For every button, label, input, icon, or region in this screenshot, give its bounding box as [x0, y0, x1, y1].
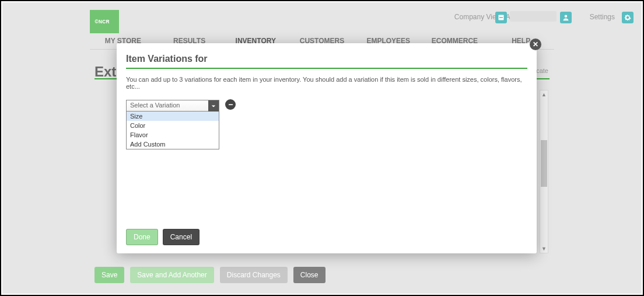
scroll-down-icon[interactable]: ▼	[540, 245, 548, 253]
modal-divider	[126, 68, 527, 69]
modal-description: You can add up to 3 variations for each …	[126, 76, 527, 90]
variation-option-size[interactable]: Size	[127, 112, 219, 121]
save-add-another-button[interactable]: Save and Add Another	[130, 267, 214, 283]
save-button[interactable]: Save	[94, 267, 124, 283]
modal-action-bar: Done Cancel	[126, 229, 200, 245]
modal-title: Item Variations for	[126, 54, 527, 64]
svg-rect-2	[499, 17, 503, 18]
settings-link[interactable]: Settings	[590, 13, 615, 21]
close-button[interactable]: Close	[293, 267, 326, 283]
variation-option-flavor[interactable]: Flavor	[127, 130, 219, 140]
variation-dropdown: Size Color Flavor Add Custom	[126, 112, 219, 149]
modal-close-icon[interactable]: ✕	[530, 39, 541, 50]
scroll-thumb[interactable]	[541, 140, 547, 187]
stores-icon[interactable]	[495, 12, 507, 23]
gear-icon[interactable]	[622, 12, 634, 23]
content-scrollbar[interactable]: ▲ ▼	[540, 90, 548, 253]
variation-select[interactable]: Select a Variation	[126, 100, 219, 112]
scroll-up-icon[interactable]: ▲	[540, 90, 548, 99]
brand-logo: ©NCR	[90, 10, 119, 33]
variation-option-custom[interactable]: Add Custom	[127, 140, 219, 149]
variation-select-wrap: Select a Variation Size Color Flavor Add…	[126, 100, 219, 112]
discard-changes-button[interactable]: Discard Changes	[220, 267, 288, 283]
svg-point-3	[565, 15, 568, 18]
user-icon[interactable]	[560, 12, 572, 23]
done-button[interactable]: Done	[126, 229, 158, 245]
svg-text:©NCR: ©NCR	[95, 19, 110, 25]
cancel-button[interactable]: Cancel	[163, 229, 200, 245]
duplicate-link[interactable]: icate	[535, 67, 548, 74]
item-variations-modal: ✕ Item Variations for You can add up to …	[117, 43, 537, 253]
page-action-bar: Save Save and Add Another Discard Change…	[94, 267, 326, 283]
chevron-down-icon[interactable]	[208, 100, 219, 112]
variation-select-value: Select a Variation	[130, 102, 180, 109]
variation-option-color[interactable]: Color	[127, 121, 219, 130]
remove-variation-icon[interactable]: −	[225, 99, 236, 110]
header-spacer	[510, 11, 556, 22]
page-title: Ext	[94, 64, 116, 80]
